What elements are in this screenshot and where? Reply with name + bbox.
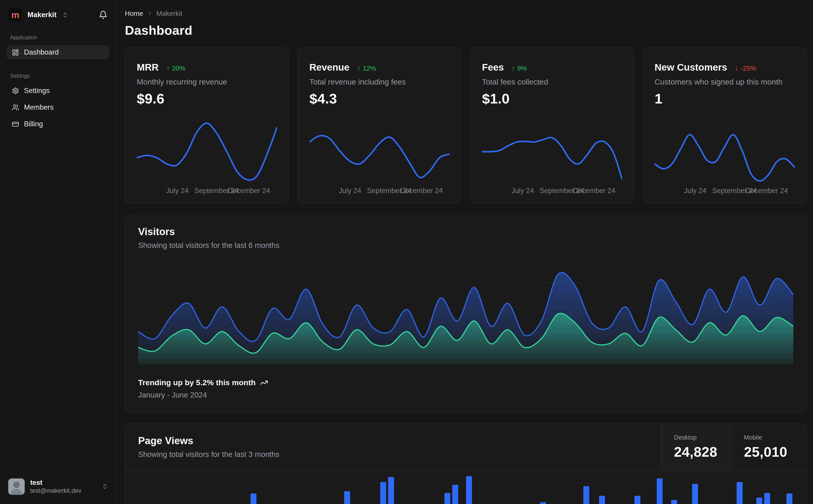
makerkit-logo: m [9, 8, 22, 21]
stat-card-fees: Fees↑9%Total fees collected$1.0July 24Se… [470, 47, 634, 204]
stat-x-axis: July 24September 24December 24 [137, 187, 277, 196]
chevrons-up-down-icon [62, 12, 68, 18]
stat-card-header: Revenue↑12% [309, 62, 450, 73]
stat-delta-value: 20% [172, 65, 185, 72]
user-email: test@makerkit.dev [30, 487, 81, 495]
breadcrumb: Home Makerkit [125, 7, 807, 17]
app-root: m Makerkit ApplicationDashboardSettingsS… [0, 0, 813, 504]
trending-up-icon [260, 379, 268, 387]
workspace-name: Makerkit [27, 11, 56, 19]
stat-title: New Customers [655, 62, 727, 73]
page-views-stat-toggles: Desktop24,828Mobile25,010 [661, 424, 806, 471]
stat-card-header: New Customers↓-25% [655, 62, 795, 73]
stat-card-mrr: MRR↑20%Monthly recurring revenue$9.6July… [125, 47, 289, 204]
stat-value: $4.3 [309, 90, 450, 107]
bell-icon [99, 11, 107, 19]
notifications-button[interactable] [99, 11, 107, 19]
visitors-title: Visitors [138, 226, 793, 237]
main-content: Home Makerkit Dashboard MRR↑20%Monthly r… [117, 0, 813, 504]
page-views-titles: Page Views Showing total visitors for th… [125, 424, 661, 471]
visitors-card: Visitors Showing total visitors for the … [125, 214, 807, 413]
stat-x-axis: July 24September 24December 24 [655, 187, 795, 196]
stat-card-revenue: Revenue↑12%Total revenue including fees$… [298, 47, 461, 204]
stat-value: $1.0 [482, 90, 622, 107]
stat-card-new-customers: New Customers↓-25%Customers who signed u… [643, 47, 807, 204]
sidebar-nav: ApplicationDashboardSettingsSettingsMemb… [6, 23, 110, 476]
sidebar-item-members[interactable]: Members [7, 100, 109, 114]
stat-x-axis: July 24September 24December 24 [482, 187, 622, 196]
chevron-right-icon [147, 11, 153, 16]
stat-title: MRR [137, 62, 159, 73]
x-axis-label: December 24 [400, 187, 443, 195]
toggle-label: Mobile [744, 434, 806, 441]
settings-icon [12, 87, 19, 94]
page-views-toggle-desktop[interactable]: Desktop24,828 [661, 424, 731, 471]
stat-value: $9.6 [137, 90, 277, 107]
sidebar-item-label: Settings [24, 87, 50, 95]
x-axis-label: July 24 [339, 187, 361, 195]
toggle-value: 25,010 [744, 444, 806, 460]
stat-subtitle: Total revenue including fees [309, 77, 450, 86]
workspace-selector[interactable]: m Makerkit [6, 7, 110, 23]
page-views-card: Page Views Showing total visitors for th… [125, 423, 807, 504]
user-info: test test@makerkit.dev [30, 478, 81, 495]
stat-subtitle: Total fees collected [482, 77, 622, 86]
stat-title: Fees [482, 62, 504, 73]
mrr-sparkline [137, 116, 277, 185]
arrow-up-icon: ↑ [511, 65, 515, 72]
revenue-sparkline [309, 116, 450, 185]
stat-delta-badge: ↓-25% [735, 65, 756, 72]
billing-icon [12, 121, 19, 128]
page-views-subtitle: Showing total visitors for the last 3 mo… [138, 450, 648, 459]
page-title: Dashboard [125, 23, 807, 38]
stat-value: 1 [655, 90, 795, 107]
new-customers-sparkline [655, 116, 795, 185]
stat-cards-row: MRR↑20%Monthly recurring revenue$9.6July… [125, 47, 807, 204]
x-axis-label: July 24 [166, 187, 189, 195]
user-menu[interactable]: test test@makerkit.dev [6, 476, 110, 497]
x-axis-label: July 24 [684, 187, 707, 195]
breadcrumb-makerkit[interactable]: Makerkit [156, 10, 182, 17]
breadcrumb-home[interactable]: Home [125, 10, 143, 17]
user-avatar [8, 478, 25, 495]
arrow-up-icon: ↑ [166, 65, 170, 72]
page-views-bar-chart [138, 472, 793, 504]
stat-subtitle: Customers who signed up this month [655, 77, 795, 86]
sidebar-item-dashboard[interactable]: Dashboard [7, 45, 109, 59]
x-axis-label: December 24 [573, 187, 616, 195]
sidebar-item-billing[interactable]: Billing [7, 117, 109, 131]
stat-delta-value: 12% [363, 65, 376, 72]
sidebar-item-settings[interactable]: Settings [7, 84, 109, 98]
stat-title: Revenue [309, 62, 349, 73]
logo-letter: m [11, 10, 19, 19]
visitors-range: January - June 2024 [138, 391, 793, 399]
stat-delta-badge: ↑20% [166, 65, 185, 72]
visitors-trend: Trending up by 5.2% this month [138, 378, 793, 387]
chevrons-up-down-icon [102, 483, 108, 490]
avatar-placeholder-icon [8, 478, 25, 495]
nav-section-label: Application [10, 34, 106, 41]
stat-delta-badge: ↑12% [357, 65, 376, 72]
arrow-down-icon: ↓ [735, 65, 739, 72]
stat-card-header: Fees↑9% [482, 62, 622, 73]
page-views-title: Page Views [138, 435, 648, 446]
visitors-footer: Trending up by 5.2% this month January -… [138, 378, 793, 399]
x-axis-label: December 24 [228, 187, 270, 195]
members-icon [12, 104, 19, 111]
toggle-label: Desktop [674, 434, 731, 441]
stat-subtitle: Monthly recurring revenue [137, 77, 277, 86]
dashboard-icon [12, 49, 19, 56]
page-views-toggle-mobile[interactable]: Mobile25,010 [731, 424, 806, 471]
sidebar: m Makerkit ApplicationDashboardSettingsS… [0, 0, 117, 504]
stat-card-header: MRR↑20% [137, 62, 277, 73]
visitors-trend-text: Trending up by 5.2% this month [138, 378, 256, 387]
x-axis-label: December 24 [745, 187, 788, 195]
page-views-header: Page Views Showing total visitors for th… [125, 424, 806, 471]
user-name: test [30, 478, 81, 487]
x-axis-label: July 24 [511, 187, 534, 195]
stat-x-axis: July 24September 24December 24 [309, 187, 450, 196]
toggle-value: 24,828 [674, 444, 731, 460]
sidebar-item-label: Dashboard [24, 48, 59, 56]
visitors-area-chart [138, 264, 793, 364]
stat-delta-value: 9% [517, 65, 527, 72]
